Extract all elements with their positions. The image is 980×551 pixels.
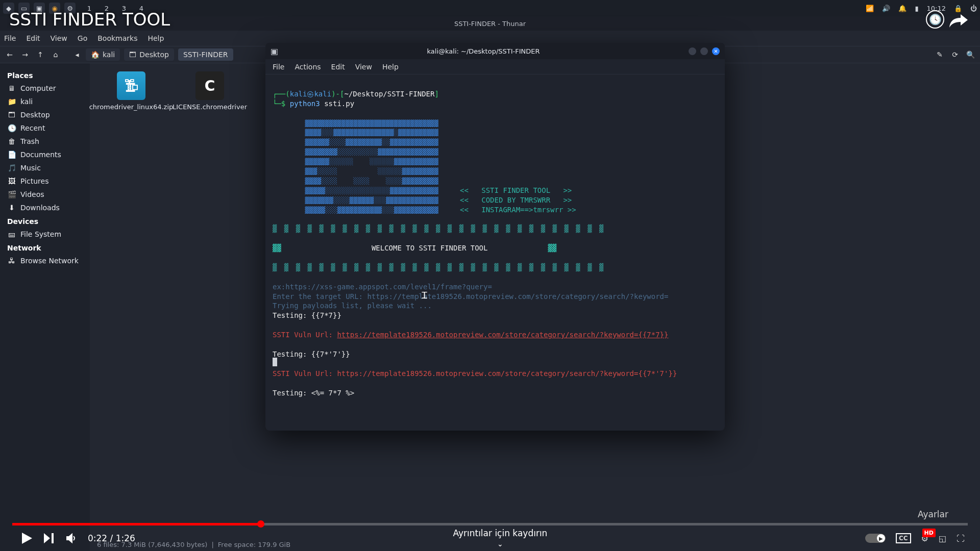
prompt-cwd: ~/Desktop/SSTI-FINDER bbox=[344, 90, 434, 98]
nav-up-button[interactable]: ↑ bbox=[34, 48, 47, 61]
search-button[interactable]: 🔍 bbox=[964, 48, 977, 61]
terminal-menubar: File Actions Edit View Help bbox=[265, 59, 725, 74]
prompt-user: kali㉿kali bbox=[290, 90, 331, 98]
new-tab-icon[interactable]: ▣ bbox=[271, 46, 278, 56]
vuln-label-2: SSTI Vuln Url: bbox=[273, 369, 337, 378]
menu-help[interactable]: Help bbox=[148, 34, 164, 42]
battery-icon[interactable]: ▮ bbox=[915, 5, 918, 12]
close-button[interactable]: ✕ bbox=[712, 47, 720, 55]
sidebar-item-computer[interactable]: 🖥Computer bbox=[2, 82, 88, 95]
cmd-interpreter: python3 bbox=[290, 99, 324, 108]
file-manager-sidebar: Places 🖥Computer 📁kali 🗔Desktop 🕓Recent … bbox=[0, 63, 90, 551]
sidebar-item-trash[interactable]: 🗑Trash bbox=[2, 135, 88, 148]
sidebar-head-places: Places bbox=[2, 68, 88, 82]
sidebar-item-home[interactable]: 📁kali bbox=[2, 95, 88, 108]
term-menu-edit[interactable]: Edit bbox=[331, 63, 345, 71]
path-desktop-label: Desktop bbox=[139, 51, 169, 59]
example-label: ex: bbox=[273, 283, 285, 291]
path-segment-desktop[interactable]: 🗔 Desktop bbox=[124, 48, 174, 61]
nav-back-button[interactable]: ← bbox=[3, 48, 16, 61]
nav-forward-button[interactable]: → bbox=[18, 48, 32, 61]
sidebar-item-recent[interactable]: 🕓Recent bbox=[2, 121, 88, 135]
banner-line3: << INSTAGRAM==>tmrswrr >> bbox=[460, 206, 576, 214]
sidebar-item-videos[interactable]: 🎬Videos bbox=[2, 188, 88, 201]
sidebar-item-downloads[interactable]: ⬇Downloads bbox=[2, 201, 88, 214]
reload-button[interactable]: ⟳ bbox=[948, 48, 962, 61]
share-button[interactable] bbox=[949, 12, 968, 28]
path-segment-current[interactable]: SSTI-FINDER bbox=[178, 48, 233, 61]
vuln-label-1: SSTI Vuln Url: bbox=[273, 331, 337, 339]
video-title[interactable]: SSTI FINDER TOOL bbox=[9, 9, 170, 30]
videos-icon: 🎬 bbox=[7, 190, 16, 198]
sidebar-item-music[interactable]: 🎵Music bbox=[2, 161, 88, 174]
target-url: https://template189526.motopreview.com/s… bbox=[367, 292, 668, 300]
enter-label: Enter the target URL: bbox=[273, 292, 367, 300]
ascii-logo: ▓▓▓▓▓▓▓▓▓▓▓▓▓▓▓▓▓▓▓▓▓▓▓▓▓▓▓▓▓▓▓▓▓ ▓▓▓▓░░… bbox=[273, 119, 438, 194]
clock-icon: 🕓 bbox=[7, 124, 16, 132]
file-name: chromedriver_linux64.zip bbox=[89, 103, 174, 111]
menu-bookmarks[interactable]: Bookmarks bbox=[97, 34, 137, 42]
sidebar-item-documents[interactable]: 📄Documents bbox=[2, 148, 88, 161]
term-menu-help[interactable]: Help bbox=[382, 63, 399, 71]
sidebar-label: Pictures bbox=[20, 177, 48, 185]
next-button[interactable] bbox=[38, 527, 60, 549]
vuln-url-1[interactable]: https://template189526.motopreview.com/s… bbox=[337, 331, 668, 339]
term-menu-view[interactable]: View bbox=[355, 63, 372, 71]
play-button[interactable] bbox=[15, 527, 38, 549]
sidebar-item-pictures[interactable]: 🖼Pictures bbox=[2, 174, 88, 188]
menu-go[interactable]: Go bbox=[78, 34, 87, 42]
sidebar-item-browse-network[interactable]: 🖧Browse Network bbox=[2, 254, 88, 267]
lock-icon[interactable]: 🔒 bbox=[954, 5, 962, 12]
file-name: LICENSE.chromedriver bbox=[173, 103, 247, 111]
wifi-icon[interactable]: 📶 bbox=[866, 5, 874, 12]
volume-button[interactable] bbox=[60, 527, 83, 549]
sidebar-item-filesystem[interactable]: 🖴File System bbox=[2, 228, 88, 241]
sidebar-item-desktop[interactable]: 🗔Desktop bbox=[2, 108, 88, 121]
menu-view[interactable]: View bbox=[51, 34, 67, 42]
settings-button[interactable]: ⚙HD bbox=[921, 534, 928, 543]
miniplayer-button[interactable]: ◱ bbox=[939, 534, 946, 543]
documents-icon: 📄 bbox=[7, 151, 16, 159]
testing-2: Testing: {{7*'7'}} bbox=[273, 350, 350, 358]
disk-icon: 🖴 bbox=[7, 230, 16, 238]
maximize-button[interactable] bbox=[700, 47, 708, 55]
watch-later-button[interactable]: 🕓 bbox=[926, 10, 944, 29]
desktop-icon: 🗔 bbox=[7, 111, 16, 119]
path-home-label: kali bbox=[103, 51, 115, 59]
captions-button[interactable]: CC bbox=[896, 533, 911, 543]
path-segment-home[interactable]: 🏠 kali bbox=[86, 48, 120, 61]
banner-line1: << SSTI FINDER TOOL >> bbox=[460, 186, 572, 194]
terminal-output[interactable]: ┌──(kali㉿kali)-[~/Desktop/SSTI-FINDER] └… bbox=[265, 74, 725, 431]
testing-3: Testing: <%= 7*7 %> bbox=[273, 389, 354, 397]
fullscreen-button[interactable]: ⛶ bbox=[957, 534, 965, 543]
edit-path-button[interactable]: ✎ bbox=[933, 48, 946, 61]
file-item-zip[interactable]: 🗜 chromedriver_linux64.zip bbox=[98, 71, 164, 111]
autoplay-toggle[interactable] bbox=[865, 534, 886, 543]
file-item-license[interactable]: C LICENSE.chromedriver bbox=[177, 71, 243, 111]
terminal-cursor bbox=[273, 358, 277, 366]
pictures-icon: 🖼 bbox=[7, 177, 16, 185]
sidebar-label: Computer bbox=[20, 84, 56, 92]
sidebar-label: Music bbox=[20, 164, 41, 172]
downloads-icon: ⬇ bbox=[7, 204, 16, 212]
notifications-icon[interactable]: 🔔 bbox=[898, 5, 906, 12]
video-scroll-hint: Ayrıntılar için kaydırın⌄ bbox=[135, 528, 865, 548]
sidebar-head-devices: Devices bbox=[2, 214, 88, 228]
menu-file[interactable]: File bbox=[4, 34, 16, 42]
path-prev-button[interactable]: ◂ bbox=[70, 48, 84, 61]
vuln-url-2[interactable]: https://template189526.motopreview.com/s… bbox=[337, 369, 677, 378]
terminal-window: ▣ kali@kali: ~/Desktop/SSTI-FINDER ✕ Fil… bbox=[265, 43, 725, 431]
terminal-titlebar[interactable]: ▣ kali@kali: ~/Desktop/SSTI-FINDER ✕ bbox=[265, 43, 725, 59]
menu-edit[interactable]: Edit bbox=[26, 34, 40, 42]
volume-icon[interactable]: 🔊 bbox=[882, 5, 890, 12]
file-manager-title: SSTI-FINDER - Thunar bbox=[454, 20, 526, 28]
nav-home-button[interactable]: ⌂ bbox=[49, 48, 62, 61]
term-menu-actions[interactable]: Actions bbox=[295, 63, 321, 71]
sidebar-label: kali bbox=[20, 97, 33, 106]
sidebar-label: Downloads bbox=[20, 204, 60, 212]
power-icon[interactable]: ⏻ bbox=[970, 5, 977, 12]
minimize-button[interactable] bbox=[689, 47, 696, 55]
term-menu-file[interactable]: File bbox=[273, 63, 284, 71]
ascii-divider-top: ▓ ▓ ▓ ▓ ▓ ▓ ▓ ▓ ▓ ▓ ▓ ▓ ▓ ▓ ▓ ▓ ▓ ▓ ▓ ▓ … bbox=[273, 224, 605, 233]
network-icon: 🖧 bbox=[7, 257, 16, 265]
